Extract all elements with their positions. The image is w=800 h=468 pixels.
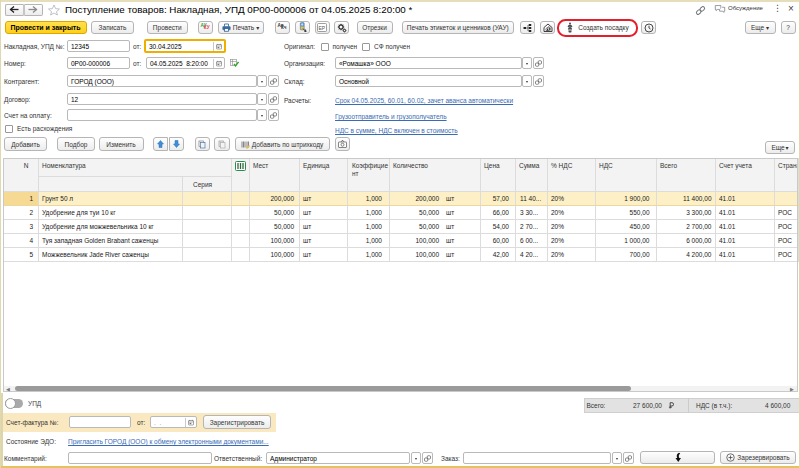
svg-text:ЕР: ЕР [319, 25, 326, 31]
